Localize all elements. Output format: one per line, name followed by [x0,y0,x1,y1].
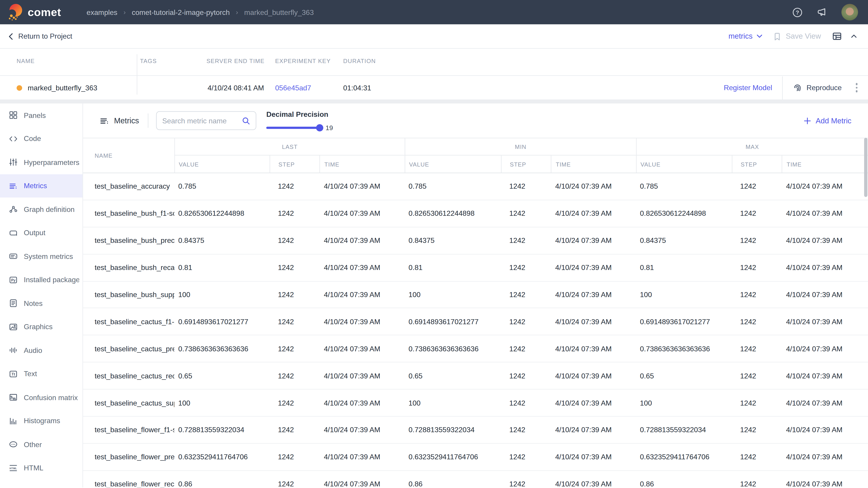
max-time: 4/10/24 07:39 AM [782,291,868,299]
table-layout-icon[interactable] [832,32,842,41]
sidebar-item-metrics[interactable]: Metrics [0,174,83,197]
return-to-project-button[interactable]: Return to Project [9,32,72,40]
sidebar-item-text[interactable]: TtText [0,362,83,386]
min-step: 1242 [501,318,551,326]
sidebar-item-installed-packages[interactable]: PyInstalled packages [0,268,83,292]
last-time: 4/10/24 07:39 AM [319,453,405,461]
metric-name: test_baseline_bush_precision [83,236,174,245]
max-step: 1242 [732,236,782,245]
sidebar-item-confusion-matrix[interactable]: Confusion matrix [0,386,83,409]
max-time: 4/10/24 07:39 AM [782,399,868,407]
metric-search-box [156,111,256,130]
view-selector-dropdown[interactable]: metrics [728,32,763,40]
sidebar-item-histograms[interactable]: Histograms [0,409,83,433]
max-value: 0.826530612244898 [636,209,732,218]
sidebar-item-other[interactable]: Other [0,433,83,456]
add-metric-button[interactable]: Add Metric [804,117,851,125]
last-time: 4/10/24 07:39 AM [319,372,405,380]
slider-thumb[interactable] [316,124,323,131]
min-time: 4/10/24 07:39 AM [551,291,636,299]
min-step: 1242 [501,399,551,407]
max-value: 0.785 [636,182,732,191]
kebab-menu-icon[interactable] [852,83,862,92]
sidebar-item-panels[interactable]: Panels [0,103,83,127]
last-time: 4/10/24 07:39 AM [319,426,405,434]
header-max-step: STEP [732,156,782,173]
code-icon [9,134,18,143]
user-avatar[interactable] [841,4,858,20]
help-icon[interactable]: ? [792,7,803,18]
workspace: PanelsCodeHyperparametersMetricsGraph de… [0,103,868,488]
max-step: 1242 [732,209,782,218]
search-icon[interactable] [242,117,250,125]
last-time: 4/10/24 07:39 AM [319,263,405,272]
metric-name: test_baseline_cactus_precision [83,345,174,353]
sidebar-item-code[interactable]: Code [0,127,83,151]
experiment-row: marked_butterfly_363 4/10/24 08:41 AM 05… [0,76,868,100]
header-last-value: VALUE [174,156,270,173]
max-time: 4/10/24 07:39 AM [782,453,868,461]
decimal-precision-label: Decimal Precision [266,110,333,119]
confusion-matrix-icon [9,393,18,402]
graph-icon [9,205,18,214]
min-step: 1242 [501,182,551,191]
breadcrumb-project[interactable]: comet-tutorial-2-image-pytorch [132,8,230,17]
min-time: 4/10/24 07:39 AM [551,263,636,272]
announcements-icon[interactable] [816,6,828,18]
chevron-down-icon [757,34,763,38]
metrics-toolbar: Metrics Decimal Precision [83,103,868,138]
last-value: 0.6323529411764706 [174,453,270,461]
metric-name: test_baseline_cactus_recall [83,372,174,380]
header-last-time: TIME [319,156,405,173]
metric-name: test_baseline_cactus_support [83,399,174,407]
reproduce-button[interactable]: Reproduce [793,83,842,92]
sliders-icon [9,158,18,167]
comet-logo[interactable]: comet [8,3,61,21]
last-step: 1242 [270,209,319,218]
max-time: 4/10/24 07:39 AM [782,480,868,488]
python-package-icon: Py [9,275,18,285]
sidebar-item-output[interactable]: Output [0,221,83,245]
sidebar-item-audio[interactable]: Audio [0,339,83,362]
sidebar-item-graphics[interactable]: Graphics [0,315,83,339]
ellipsis-icon [9,440,18,449]
metric-name: test_baseline_bush_f1-score [83,209,174,218]
sidebar-item-notes[interactable]: Notes [0,292,83,315]
sidebar-item-system-metrics[interactable]: System metrics [0,245,83,268]
vertical-scrollbar[interactable] [864,138,868,197]
metric-search-input[interactable] [162,117,238,125]
last-value: 0.785 [174,182,270,191]
last-step: 1242 [270,182,319,191]
sidebar-item-label: Other [24,440,42,449]
sidebar-item-label: HTML [24,464,43,472]
metric-row: test_baseline_bush_f1-score0.82653061224… [83,200,868,227]
metric-row: test_baseline_cactus_support10012424/10/… [83,390,868,417]
max-time: 4/10/24 07:39 AM [782,263,868,272]
experiment-key-link[interactable]: 056e45ad7 [275,84,311,92]
metric-row: test_baseline_flower_recall0.8612424/10/… [83,471,868,488]
breadcrumb-separator-icon: › [123,8,126,16]
metric-row: test_baseline_flower_precision0.63235294… [83,444,868,471]
decimal-precision-slider[interactable] [266,127,320,129]
max-value: 0.65 [636,372,732,380]
chevron-up-icon[interactable] [851,34,857,38]
max-value: 0.81 [636,263,732,272]
sidebar-item-label: Hyperparameters [24,158,79,166]
max-step: 1242 [732,399,782,407]
sidebar-item-graph-definition[interactable]: Graph definition [0,197,83,221]
min-step: 1242 [501,345,551,353]
sidebar-item-label: Histograms [24,417,60,425]
page-background-gap [0,100,868,103]
last-step: 1242 [270,236,319,245]
last-step: 1242 [270,426,319,434]
breadcrumb-workspace[interactable]: examples [87,8,117,17]
sidebar-item-hyperparameters[interactable]: Hyperparameters [0,151,83,174]
sidebar-item-html[interactable]: HTMLHTML [0,456,83,480]
register-model-button[interactable]: Register Model [724,84,772,92]
experiment-name: marked_butterfly_363 [28,84,97,92]
sidebar-item-assets-artifacts[interactable]: Assets & Artifacts [0,480,83,487]
save-view-button[interactable]: Save View [774,32,821,41]
col-header-name: NAME [17,58,35,64]
max-step: 1242 [732,372,782,380]
header-min-step: STEP [501,156,551,173]
